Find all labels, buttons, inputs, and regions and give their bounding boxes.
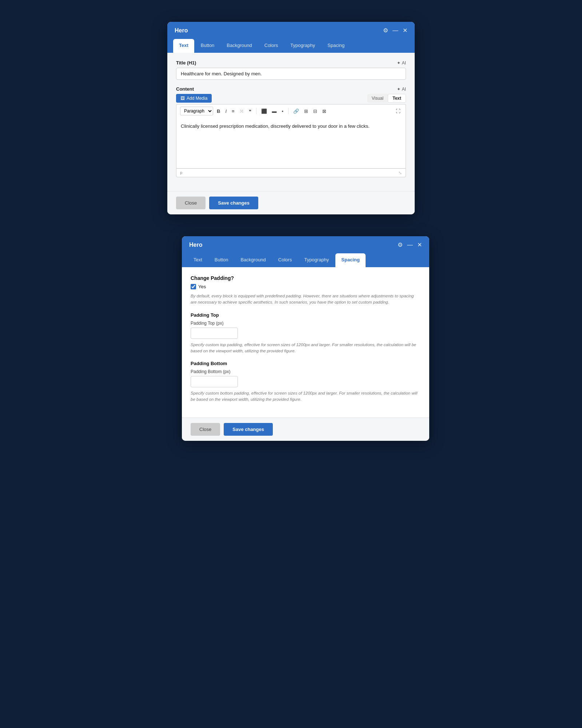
- minimize-icon[interactable]: —: [392, 27, 398, 34]
- italic-button[interactable]: I: [224, 108, 228, 115]
- title-input[interactable]: [176, 68, 406, 80]
- add-media-icon: 🖼: [180, 96, 185, 101]
- blockquote-button[interactable]: ❝: [247, 108, 253, 115]
- save-button-2[interactable]: Save changes: [224, 423, 273, 436]
- modal2-title: Hero: [189, 242, 202, 248]
- close-icon[interactable]: ✕: [403, 27, 407, 34]
- modal2-tab-bar: Text Button Background Colors Typography…: [182, 253, 429, 267]
- tab2-background[interactable]: Background: [235, 253, 271, 267]
- tab-typography[interactable]: Typography: [284, 39, 321, 53]
- modal-hero-text: Hero ⚙ — ✕ Text Button Background Colors…: [167, 22, 415, 214]
- spacing-body: Change Padding? Yes By default, every bl…: [182, 267, 429, 418]
- change-padding-heading: Change Padding?: [191, 275, 420, 281]
- padding-bottom-input[interactable]: [191, 376, 238, 387]
- content-toolbar-top: 🖼 Add Media Visual Text: [176, 94, 406, 103]
- modal2-footer: Close Save changes: [182, 418, 429, 441]
- padding-top-input-label: Padding Top (px): [191, 321, 420, 326]
- padding-helper-text: By default, every block is equipped with…: [191, 293, 420, 306]
- modal-title: Hero: [175, 27, 188, 34]
- content-label: Content: [176, 86, 194, 92]
- content-field-section: Content ✦ AI 🖼 Add Media Visual Text: [176, 86, 406, 177]
- tab2-colors[interactable]: Colors: [272, 253, 298, 267]
- fullscreen-button[interactable]: ⛶: [394, 108, 402, 115]
- yes-label: Yes: [198, 284, 206, 289]
- toolbar-divider-1: [256, 108, 256, 114]
- ai-icon: ✦: [397, 60, 400, 66]
- tab-background[interactable]: Background: [221, 39, 258, 53]
- align-center-button[interactable]: ▬: [271, 108, 278, 115]
- visual-button[interactable]: Visual: [367, 94, 388, 103]
- columns-button[interactable]: ⊟: [312, 108, 319, 115]
- bold-button[interactable]: B: [215, 108, 222, 115]
- tab2-typography[interactable]: Typography: [298, 253, 335, 267]
- padding-bottom-helper: Specify custom bottom padding, effective…: [191, 390, 420, 403]
- ordered-list-button[interactable]: ⁙: [238, 108, 245, 115]
- modal-header: Hero ⚙ — ✕: [167, 22, 415, 39]
- editor-toolbar: Paragraph B I ≡ ⁙ ❝ ⬛ ▬ ▪ 🔗 ⊞ ⊟ ⊠ ⛶: [176, 104, 406, 118]
- tab-button[interactable]: Button: [195, 39, 220, 53]
- ai-icon-2: ✦: [397, 87, 400, 92]
- content-ai-button[interactable]: ✦ AI: [397, 87, 406, 92]
- title-label-row: Title (H1) ✦ AI: [176, 60, 406, 66]
- yes-checkbox-row: Yes: [191, 284, 420, 289]
- resize-handle: ⤡: [398, 170, 402, 175]
- gear-icon-2[interactable]: ⚙: [398, 241, 403, 248]
- visual-text-toggle: Visual Text: [367, 94, 406, 103]
- editor-content-area[interactable]: Clinically licensed prescription medicat…: [176, 118, 406, 169]
- unordered-list-button[interactable]: ≡: [230, 108, 236, 115]
- padding-top-helper: Specify custom top padding, effective fo…: [191, 342, 420, 355]
- title-field-section: Title (H1) ✦ AI: [176, 60, 406, 80]
- modal2-header-icons: ⚙ — ✕: [398, 241, 422, 248]
- tab2-button[interactable]: Button: [209, 253, 234, 267]
- modal-footer: Close Save changes: [167, 191, 415, 214]
- save-button[interactable]: Save changes: [209, 197, 258, 209]
- title-label: Title (H1): [176, 60, 196, 66]
- close-button-2[interactable]: Close: [191, 423, 220, 436]
- yes-checkbox[interactable]: [191, 284, 196, 289]
- padding-bottom-input-label: Padding Bottom (px): [191, 369, 420, 374]
- editor-footer: p ⤡: [176, 169, 406, 177]
- gear-icon[interactable]: ⚙: [383, 27, 388, 34]
- toolbar-divider-2: [288, 108, 288, 114]
- text-button[interactable]: Text: [388, 94, 406, 103]
- header-icons: ⚙ — ✕: [383, 27, 407, 34]
- minimize-icon-2[interactable]: —: [407, 242, 413, 248]
- title-ai-button[interactable]: ✦ AI: [397, 60, 406, 66]
- modal-body: Title (H1) ✦ AI Content ✦ AI 🖼: [167, 53, 415, 191]
- add-media-button[interactable]: 🖼 Add Media: [176, 94, 212, 103]
- modal-hero-spacing: Hero ⚙ — ✕ Text Button Background Colors…: [182, 236, 429, 441]
- tab-colors[interactable]: Colors: [259, 39, 284, 53]
- close-icon-2[interactable]: ✕: [417, 241, 422, 248]
- close-button[interactable]: Close: [176, 197, 206, 209]
- padding-top-heading: Padding Top: [191, 312, 420, 318]
- editor-tag-indicator: p: [180, 170, 182, 175]
- padding-top-input[interactable]: [191, 328, 238, 339]
- tab-bar: Text Button Background Colors Typography…: [167, 39, 415, 53]
- padding-bottom-heading: Padding Bottom: [191, 361, 420, 366]
- paragraph-select[interactable]: Paragraph: [180, 107, 213, 115]
- align-left-button[interactable]: ⬛: [260, 108, 268, 115]
- tab2-spacing[interactable]: Spacing: [335, 253, 366, 267]
- grid-button[interactable]: ⊠: [321, 108, 328, 115]
- align-right-button[interactable]: ▪: [280, 108, 285, 115]
- modal2-header: Hero ⚙ — ✕: [182, 236, 429, 253]
- link-button[interactable]: 🔗: [292, 108, 300, 115]
- tab-spacing[interactable]: Spacing: [322, 39, 350, 53]
- tab2-text[interactable]: Text: [188, 253, 208, 267]
- table-button[interactable]: ⊞: [303, 108, 310, 115]
- tab-text[interactable]: Text: [173, 39, 194, 53]
- content-label-row: Content ✦ AI: [176, 86, 406, 92]
